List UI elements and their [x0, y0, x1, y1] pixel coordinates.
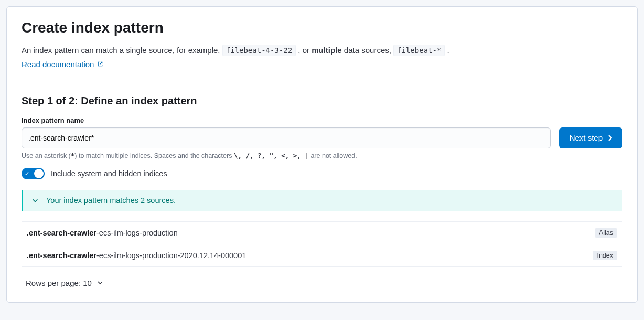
- intro-mid: , or: [298, 46, 312, 55]
- table-row: .ent-search-crawler-ecs-ilm-logs-product…: [22, 221, 622, 244]
- index-pattern-name-input[interactable]: [22, 127, 551, 148]
- toggle-knob: [34, 169, 44, 178]
- chevron-right-icon: [608, 135, 612, 141]
- next-step-button[interactable]: Next step: [559, 127, 622, 148]
- input-wrap: Use an asterisk (*) to match multiple in…: [22, 127, 551, 159]
- next-step-label: Next step: [570, 133, 603, 142]
- helper-text: Use an asterisk (*) to match multiple in…: [22, 152, 551, 159]
- create-index-pattern-card: Create index pattern An index pattern ca…: [6, 6, 638, 303]
- results-table: .ent-search-crawler-ecs-ilm-logs-product…: [22, 221, 622, 267]
- type-badge: Alias: [595, 228, 617, 238]
- table-row: .ent-search-crawler-ecs-ilm-logs-product…: [22, 244, 622, 267]
- include-hidden-toggle-row: ✓ Include system and hidden indices: [22, 168, 622, 179]
- rows-per-page-select[interactable]: Rows per page: 10: [22, 276, 108, 290]
- step-title: Step 1 of 2: Define an index pattern: [22, 95, 622, 107]
- intro-text: An index pattern can match a single sour…: [22, 45, 622, 57]
- read-documentation-label: Read documentation: [22, 60, 94, 69]
- index-pattern-name-label: Index pattern name: [22, 116, 622, 124]
- divider: [22, 82, 622, 82]
- helper-chars: \, /, ?, ", <, >, |: [234, 152, 309, 159]
- match-callout: Your index pattern matches 2 sources.: [22, 190, 622, 211]
- callout-text: Your index pattern matches 2 sources.: [46, 196, 176, 205]
- input-row: Use an asterisk (*) to match multiple in…: [22, 127, 622, 159]
- match-suffix: -ecs-ilm-logs-production: [96, 229, 178, 237]
- match-suffix: -ecs-ilm-logs-production-2020.12.14-0000…: [96, 251, 246, 260]
- helper-mid: ) to match multiple indices. Spaces and …: [74, 152, 234, 159]
- code-example-single: filebeat-4-3-22: [222, 45, 296, 56]
- intro-bold: multiple: [312, 46, 342, 55]
- intro-suffix: .: [447, 46, 449, 55]
- chevron-down-icon: [97, 281, 103, 285]
- helper-suffix: are not allowed.: [309, 152, 357, 159]
- read-documentation-link[interactable]: Read documentation: [22, 60, 103, 69]
- match-prefix: .ent-search-crawler: [27, 251, 96, 260]
- include-hidden-toggle-label: Include system and hidden indices: [51, 169, 167, 178]
- type-badge: Index: [593, 251, 617, 260]
- rows-per-page-label: Rows per page: 10: [26, 279, 92, 287]
- check-icon: ✓: [25, 170, 29, 177]
- intro-prefix: An index pattern can match a single sour…: [22, 46, 222, 55]
- helper-prefix: Use an asterisk (: [22, 152, 71, 159]
- page-title: Create index pattern: [22, 19, 622, 36]
- index-name: .ent-search-crawler-ecs-ilm-logs-product…: [27, 251, 246, 260]
- match-prefix: .ent-search-crawler: [27, 229, 96, 237]
- index-name: .ent-search-crawler-ecs-ilm-logs-product…: [27, 229, 178, 237]
- include-hidden-toggle[interactable]: ✓: [22, 168, 45, 179]
- code-example-multi: filebeat-*: [393, 45, 445, 56]
- external-link-icon: [97, 61, 103, 67]
- intro-after-bold: data sources,: [344, 46, 393, 55]
- chevron-down-icon: [31, 197, 39, 204]
